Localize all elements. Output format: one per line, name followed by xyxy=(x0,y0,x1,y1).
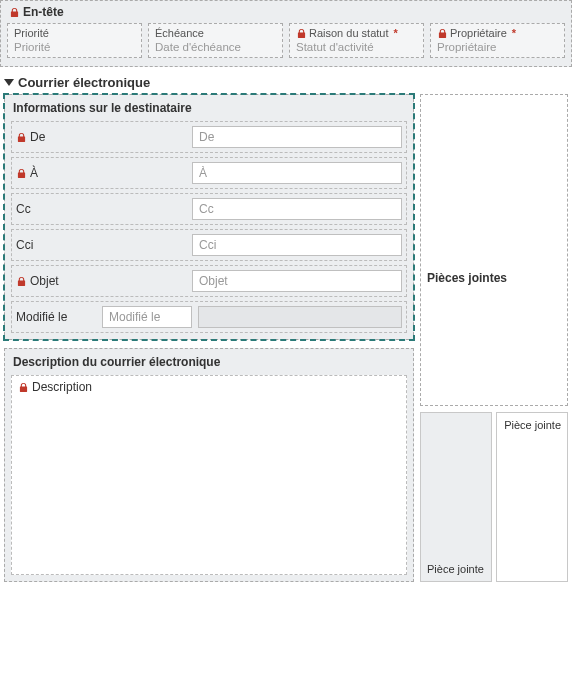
row-cc: Cc xyxy=(11,193,407,225)
field-raison-label: Raison du statut * xyxy=(296,27,417,39)
required-marker: * xyxy=(512,27,516,39)
header-title-text: En-tête xyxy=(23,5,64,19)
label-from: De xyxy=(16,130,186,144)
label-bcc: Cci xyxy=(16,238,186,252)
row-to: À xyxy=(11,157,407,189)
header-panel: En-tête Priorité Priorité Échéance Date … xyxy=(0,0,572,67)
row-modified: Modifié le xyxy=(11,301,407,333)
attachments-panel: Pièces jointes xyxy=(420,94,568,406)
lock-icon xyxy=(16,131,26,143)
description-panel: Description du courrier électronique Des… xyxy=(4,348,414,582)
label-modified: Modifié le xyxy=(16,310,96,324)
input-to[interactable] xyxy=(192,162,402,184)
attachment-left-label: Pièce jointe xyxy=(427,563,485,575)
lock-icon xyxy=(9,6,19,18)
header-fields-row: Priorité Priorité Échéance Date d'échéan… xyxy=(7,23,565,58)
description-label: Description xyxy=(18,380,400,394)
input-subject[interactable] xyxy=(192,270,402,292)
field-proprietaire-label: Propriétaire * xyxy=(437,27,558,39)
attachment-box-left[interactable]: Pièce jointe xyxy=(420,412,492,582)
collapse-triangle-icon xyxy=(4,79,14,86)
field-priorite-value: Priorité xyxy=(14,41,135,53)
label-to: À xyxy=(16,166,186,180)
attachment-boxes: Pièce jointe Pièce jointe xyxy=(420,412,568,582)
row-bcc: Cci xyxy=(11,229,407,261)
attachment-box-right[interactable]: Pièce jointe xyxy=(496,412,568,582)
field-echeance-value: Date d'échéance xyxy=(155,41,276,53)
field-echeance[interactable]: Échéance Date d'échéance xyxy=(148,23,283,58)
email-section-header[interactable]: Courrier électronique xyxy=(4,75,572,90)
recipient-info-panel[interactable]: Informations sur le destinataire De À xyxy=(4,94,414,340)
header-title: En-tête xyxy=(9,5,565,19)
email-main-layout: Informations sur le destinataire De À xyxy=(0,94,572,582)
description-body[interactable]: Description xyxy=(11,375,407,575)
label-cc: Cc xyxy=(16,202,186,216)
input-modified[interactable] xyxy=(102,306,192,328)
row-from: De xyxy=(11,121,407,153)
field-echeance-label: Échéance xyxy=(155,27,276,39)
email-right-column: Pièces jointes Pièce jointe Pièce jointe xyxy=(420,94,568,582)
field-proprietaire-value: Propriétaire xyxy=(437,41,558,53)
label-subject: Objet xyxy=(16,274,186,288)
input-bcc[interactable] xyxy=(192,234,402,256)
attachment-right-label: Pièce jointe xyxy=(504,419,561,431)
field-priorite[interactable]: Priorité Priorité xyxy=(7,23,142,58)
required-marker: * xyxy=(394,27,398,39)
lock-icon xyxy=(16,275,26,287)
attachments-title: Pièces jointes xyxy=(427,271,561,285)
field-raison-value: Statut d'activité xyxy=(296,41,417,53)
input-from[interactable] xyxy=(192,126,402,148)
recipient-info-title: Informations sur le destinataire xyxy=(13,101,407,115)
email-section-title: Courrier électronique xyxy=(18,75,150,90)
field-proprietaire[interactable]: Propriétaire * Propriétaire xyxy=(430,23,565,58)
email-left-column: Informations sur le destinataire De À xyxy=(4,94,414,582)
lock-icon xyxy=(296,27,306,39)
lock-icon xyxy=(16,167,26,179)
field-priorite-label: Priorité xyxy=(14,27,135,39)
lock-icon xyxy=(18,381,28,393)
input-cc[interactable] xyxy=(192,198,402,220)
row-subject: Objet xyxy=(11,265,407,297)
lock-icon xyxy=(437,27,447,39)
description-title: Description du courrier électronique xyxy=(13,355,407,369)
field-raison[interactable]: Raison du statut * Statut d'activité xyxy=(289,23,424,58)
display-modified xyxy=(198,306,402,328)
